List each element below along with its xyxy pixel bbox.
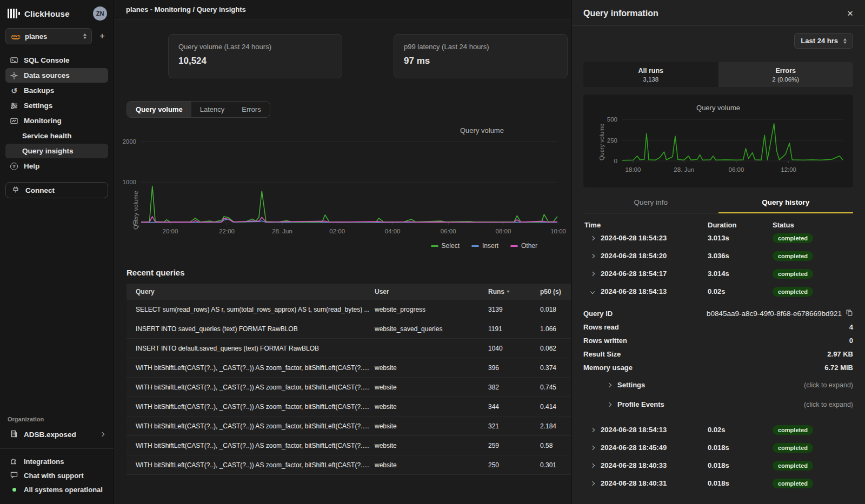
status-dot-icon	[12, 488, 16, 492]
chevron-right-icon	[607, 402, 611, 406]
integrations-link[interactable]: Integrations	[5, 454, 108, 468]
tab-query-volume[interactable]: Query volume	[127, 102, 191, 117]
building-icon	[10, 429, 18, 440]
cell: 0.374	[540, 364, 571, 372]
history-row[interactable]: 2024-06-28 18:54:130.02scompleted	[583, 421, 853, 439]
sidebar-item-data-sources[interactable]: Data sources	[5, 68, 108, 83]
cell: 0.745	[540, 384, 571, 391]
history-row[interactable]: 2024-06-28 18:54:130.02scompleted	[583, 283, 853, 300]
table-header: Query User Runs p50 (s)	[127, 284, 571, 300]
history-time: 2024-06-28 18:54:17	[601, 270, 667, 278]
cell: 3139	[488, 306, 540, 313]
cell: 2.184	[540, 422, 571, 430]
table-row[interactable]: WITH bitShiftLeft(CAST(?..), _CAST(?..))…	[127, 397, 571, 416]
cell: 0.414	[540, 403, 571, 411]
panel-tabs: Query info Query history	[583, 193, 853, 213]
chevron-right-icon[interactable]	[590, 427, 595, 432]
tab-query-history[interactable]: Query history	[718, 193, 854, 213]
table-row[interactable]: WITH bitShiftLeft(CAST(?..), _CAST(?..))…	[127, 416, 571, 436]
breadcrumb: planes - Monitoring / Query insights	[126, 5, 246, 14]
chevron-right-icon[interactable]	[590, 236, 595, 240]
organization-name: ADSB.exposed	[24, 431, 76, 439]
service-selector[interactable]: aws planes	[5, 28, 92, 44]
tab-latency[interactable]: Latency	[191, 102, 234, 117]
cell: 1.066	[540, 325, 571, 333]
chat-support-label: Chat with support	[24, 472, 84, 480]
detail-value: 4	[849, 323, 853, 331]
sidebar-item-help[interactable]: ? Help	[5, 159, 108, 173]
sidebar-item-sql-console[interactable]: SQL Console	[5, 53, 108, 68]
cell: 0.301	[540, 461, 571, 469]
cell: 0.062	[540, 345, 571, 352]
add-service-button[interactable]: +	[96, 31, 108, 42]
copy-icon[interactable]	[846, 309, 853, 318]
expander-row[interactable]: Profile Events(click to expand)	[583, 395, 853, 413]
history-row[interactable]: 2024-06-28 18:40:310.018scompleted	[583, 474, 853, 492]
history-header: Time Duration Status	[583, 221, 853, 229]
history-row[interactable]: 2024-06-28 18:54:233.013scompleted	[583, 229, 853, 247]
cell: 396	[488, 364, 540, 372]
sidebar-item-backups[interactable]: ↺ Backups	[5, 83, 108, 98]
tab-query-info[interactable]: Query info	[583, 193, 718, 213]
chevron-right-icon[interactable]	[590, 463, 595, 467]
col-user[interactable]: User	[375, 288, 488, 295]
sidebar-item-monitoring[interactable]: Monitoring	[5, 113, 108, 128]
chevron-right-icon[interactable]	[590, 253, 595, 258]
organization-selector[interactable]: ADSB.exposed	[5, 427, 108, 442]
system-status[interactable]: All systems operational	[5, 482, 108, 496]
sidebar-item-query-insights[interactable]: Query insights	[5, 144, 108, 158]
history-row[interactable]: 2024-06-28 18:45:490.018scompleted	[583, 439, 853, 456]
sidebar-item-service-health[interactable]: Service health	[5, 129, 108, 143]
chat-bubble-icon	[10, 471, 18, 481]
table-row[interactable]: INSERT INTO default.saved_queries (text)…	[127, 339, 571, 358]
chevron-right-icon[interactable]	[590, 271, 595, 275]
sidebar-item-settings[interactable]: Settings	[5, 98, 108, 113]
close-icon[interactable]: ×	[847, 8, 853, 18]
col-runs[interactable]: Runs	[488, 288, 540, 295]
toggle-errors[interactable]: Errors 2 (0.06%)	[718, 62, 854, 87]
expander-row[interactable]: Settings(click to expand)	[583, 376, 853, 394]
col-p50[interactable]: p50 (s)	[540, 288, 571, 295]
detail-row: Result Size2.97 KB	[583, 347, 853, 361]
history-row[interactable]: 2024-06-28 18:40:330.018scompleted	[583, 456, 853, 474]
panel-query-volume-chart[interactable]: Query volume Query volume 025050018:0028…	[583, 95, 853, 187]
tab-errors[interactable]: Errors	[233, 102, 269, 117]
status-badge: completed	[773, 287, 813, 297]
cell: WITH bitShiftLeft(CAST(?..), _CAST(?..))…	[127, 403, 375, 411]
terminal-icon	[10, 56, 18, 65]
detail-label: Query ID	[583, 310, 613, 318]
table-row[interactable]: WITH bitShiftLeft(CAST(?..), _CAST(?..))…	[127, 378, 571, 397]
stat-label: Query volume (Last 24 hours)	[178, 43, 332, 51]
toggle-all-runs[interactable]: All runs 3,138	[583, 62, 718, 87]
col-query[interactable]: Query	[127, 288, 375, 295]
table-row[interactable]: WITH bitShiftLeft(CAST(?..), _CAST(?..))…	[127, 436, 571, 455]
connect-button[interactable]: Connect	[5, 182, 108, 198]
history-rows: 2024-06-28 18:54:130.02scompleted2024-06…	[583, 421, 853, 492]
user-avatar[interactable]: ZN	[93, 6, 107, 21]
history-row[interactable]: 2024-06-28 18:54:203.036scompleted	[583, 247, 853, 265]
table-row[interactable]: WITH bitShiftLeft(CAST(?..), _CAST(?..))…	[127, 455, 571, 475]
query-volume-chart[interactable]: Query volume Query volume SelectInsertOt…	[114, 124, 571, 254]
table-row[interactable]: INSERT INTO saved_queries (text) FORMAT …	[127, 319, 571, 339]
detail-value: b0845aa9-a8c9-49f0-8f68-e678669bd921	[707, 309, 853, 318]
chevron-right-icon[interactable]	[590, 481, 595, 485]
expander-label: Profile Events	[617, 400, 664, 408]
time-range-selector[interactable]: Last 24 hrs	[794, 33, 853, 49]
status-badge: completed	[773, 479, 813, 488]
cell: 0.58	[540, 442, 571, 449]
detail-row: Rows read4	[583, 320, 853, 334]
sidebar-item-label: Help	[24, 162, 39, 170]
table-row[interactable]: SELECT sum(read_rows) AS r, sum(total_ro…	[127, 300, 571, 319]
detail-row: Rows written0	[583, 334, 853, 347]
chat-support-link[interactable]: Chat with support	[5, 468, 108, 482]
cell: WITH bitShiftLeft(CAST(?..), _CAST(?..))…	[127, 384, 375, 391]
history-duration: 3.014s	[708, 270, 773, 278]
history-row[interactable]: 2024-06-28 18:54:173.014scompleted	[583, 265, 853, 283]
chevron-right-icon	[607, 382, 611, 387]
detail-value: 0	[849, 337, 853, 345]
cell: website	[375, 364, 488, 372]
table-row[interactable]: WITH bitShiftLeft(CAST(?..), _CAST(?..))…	[127, 358, 571, 378]
sidebar-item-label: Service health	[22, 132, 72, 140]
chevron-right-icon[interactable]	[590, 445, 595, 449]
chevron-down-icon[interactable]	[590, 289, 595, 293]
